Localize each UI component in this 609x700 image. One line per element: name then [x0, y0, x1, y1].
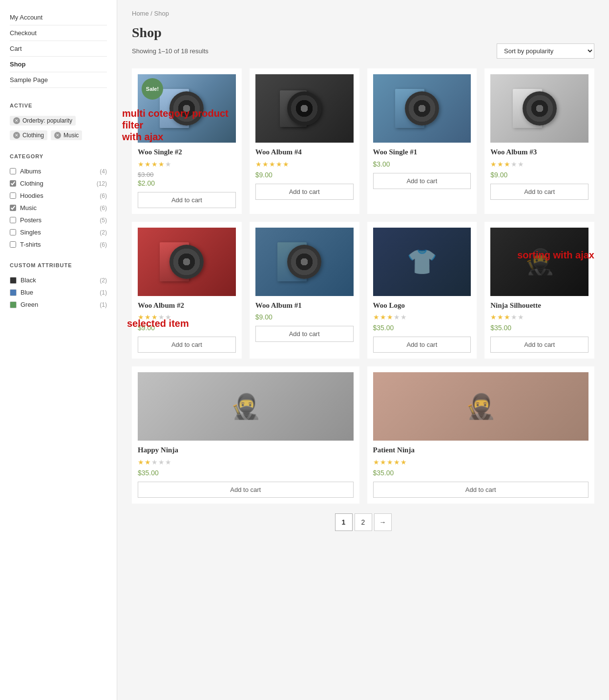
add-to-cart-button-5[interactable]: Add to cart — [138, 337, 236, 353]
category-clothing[interactable]: Clothing (12) — [10, 177, 107, 190]
attribute-blue[interactable]: Blue (1) — [10, 286, 107, 298]
product-row-3: 🥷 Happy Ninja ★★★★★ $35.00 Add to cart 🥷 — [132, 366, 594, 504]
sidebar-item-my-account[interactable]: My Account — [10, 10, 107, 25]
page-button-next[interactable]: → — [374, 513, 392, 531]
category-hoodies[interactable]: Hoodies (6) — [10, 190, 107, 202]
category-albums-label: Albums — [20, 168, 41, 175]
category-singles[interactable]: Singles (2) — [10, 226, 107, 238]
category-tshirts-checkbox[interactable] — [10, 241, 16, 248]
product-stars-5: ★★★★★ — [138, 313, 236, 321]
remove-clothing-icon[interactable]: ✕ — [13, 132, 20, 139]
product-image-10: 🥷 — [373, 372, 589, 441]
add-to-cart-button-1[interactable]: Add to cart — [138, 192, 236, 208]
remove-music-icon[interactable]: ✕ — [54, 132, 61, 139]
product-image-wrap-8: 🥷 — [490, 228, 588, 296]
page-button-2[interactable]: 2 — [355, 513, 372, 531]
product-price-wrap-2: $9.00 — [255, 171, 354, 179]
product-card-4: Woo Album #3 ★★★★★ $9.00 Add to cart — [484, 68, 594, 214]
product-card-1: Sale! Woo Single #2 ★★★★★ $3.00 $2.00 — [132, 68, 242, 214]
category-tshirts[interactable]: T-shirts (6) — [10, 238, 107, 251]
active-filter-clothing-label: Clothing — [22, 132, 44, 139]
product-price-current-2: $9.00 — [255, 171, 354, 179]
category-tshirts-count: (6) — [100, 241, 107, 248]
main-content: Home / Shop Shop Showing 1–10 of 18 resu… — [117, 0, 609, 700]
product-name-1: Woo Single #2 — [138, 148, 236, 157]
category-music-checkbox[interactable] — [10, 205, 16, 211]
attribute-blue-label: Blue — [21, 289, 33, 296]
product-price-current-10: $35.00 — [373, 469, 589, 477]
category-posters-checkbox[interactable] — [10, 217, 16, 223]
hoodie-icon-8: 🥷 — [525, 248, 555, 276]
product-image-6 — [255, 228, 354, 296]
product-stars-1: ★★★★★ — [138, 160, 236, 169]
product-price-wrap-8: $35.00 — [490, 324, 588, 332]
category-clothing-checkbox[interactable] — [10, 180, 16, 187]
add-to-cart-button-4[interactable]: Add to cart — [490, 184, 588, 200]
product-name-9: Happy Ninja — [138, 445, 354, 455]
green-swatch — [10, 301, 17, 308]
product-image-8: 🥷 — [490, 228, 588, 296]
product-price-current-7: $35.00 — [373, 324, 471, 332]
product-price-current-1: $2.00 — [138, 179, 236, 187]
breadcrumb-home[interactable]: Home — [132, 10, 149, 17]
product-image-wrap-5 — [138, 228, 236, 296]
product-price-current-4: $9.00 — [490, 171, 588, 179]
hoodie-icon-10: 🥷 — [465, 392, 496, 421]
category-music[interactable]: Music (6) — [10, 202, 107, 214]
breadcrumb-shop[interactable]: Shop — [154, 10, 169, 17]
product-name-6: Woo Album #1 — [255, 301, 354, 311]
active-filter-orderby[interactable]: ✕ Orderby: popularity — [10, 116, 76, 126]
product-name-10: Patient Ninja — [373, 445, 589, 455]
sort-select[interactable]: Sort by popularity Sort by average ratin… — [497, 43, 594, 59]
product-image-wrap-3 — [373, 74, 471, 143]
product-image-wrap-2 — [255, 74, 354, 143]
add-to-cart-button-6[interactable]: Add to cart — [255, 326, 354, 342]
breadcrumb-separator: / — [150, 10, 154, 17]
product-stars-2: ★★★★★ — [255, 160, 354, 169]
pagination: 1 2 → — [132, 513, 594, 541]
product-price-current-8: $35.00 — [490, 324, 588, 332]
product-row-1: Sale! Woo Single #2 ★★★★★ $3.00 $2.00 — [132, 68, 594, 214]
sidebar-item-checkout[interactable]: Checkout — [10, 25, 107, 41]
attribute-green-label: Green — [21, 301, 38, 308]
category-section-title: CATEGORY — [10, 153, 107, 159]
attribute-green[interactable]: Green (1) — [10, 298, 107, 311]
category-posters[interactable]: Posters (5) — [10, 214, 107, 226]
attribute-green-count: (1) — [100, 301, 107, 308]
category-singles-count: (2) — [100, 229, 107, 236]
hoodie-icon-9: 🥷 — [231, 392, 261, 421]
category-posters-count: (5) — [100, 217, 107, 224]
sidebar-item-sample-page[interactable]: Sample Page — [10, 72, 107, 88]
add-to-cart-button-10[interactable]: Add to cart — [373, 482, 589, 498]
product-price-wrap-3: $3.00 — [373, 160, 471, 168]
add-to-cart-button-9[interactable]: Add to cart — [138, 482, 354, 498]
product-price-wrap-10: $35.00 — [373, 469, 589, 477]
product-price-wrap-6: $9.00 — [255, 313, 354, 321]
add-to-cart-button-3[interactable]: Add to cart — [373, 173, 471, 189]
page-title: Shop — [132, 25, 162, 41]
add-to-cart-button-2[interactable]: Add to cart — [255, 184, 354, 200]
product-name-7: Woo Logo — [373, 301, 471, 311]
add-to-cart-button-8[interactable]: Add to cart — [490, 337, 588, 353]
product-image-wrap-9: 🥷 — [138, 372, 354, 441]
active-filter-clothing[interactable]: ✕ Clothing — [10, 130, 47, 140]
page-button-1[interactable]: 1 — [335, 513, 353, 531]
sidebar-item-shop[interactable]: Shop — [10, 57, 107, 72]
product-price-wrap-4: $9.00 — [490, 171, 588, 179]
category-hoodies-checkbox[interactable] — [10, 192, 16, 199]
sidebar-item-cart[interactable]: Cart — [10, 41, 107, 57]
product-price-original-1: $3.00 — [138, 171, 236, 178]
active-filter-orderby-label: Orderby: popularity — [22, 117, 72, 124]
product-stars-7: ★★★★★ — [373, 313, 471, 321]
product-stars-9: ★★★★★ — [138, 458, 354, 467]
attribute-black[interactable]: Black (2) — [10, 274, 107, 286]
custom-attribute-section: CUSTOM ATTRIBUTE Black (2) Blue (1) Gree… — [10, 262, 107, 311]
add-to-cart-button-7[interactable]: Add to cart — [373, 337, 471, 353]
active-filter-music[interactable]: ✕ Music — [51, 130, 82, 140]
category-singles-checkbox[interactable] — [10, 229, 16, 235]
active-filters-section: ACTIVE ✕ Orderby: popularity ✕ Clothing … — [10, 103, 107, 142]
remove-orderby-icon[interactable]: ✕ — [13, 117, 20, 124]
category-albums-checkbox[interactable] — [10, 168, 16, 174]
category-albums[interactable]: Albums (4) — [10, 165, 107, 177]
product-card-6: Woo Album #1 $9.00 Add to cart — [250, 222, 359, 359]
